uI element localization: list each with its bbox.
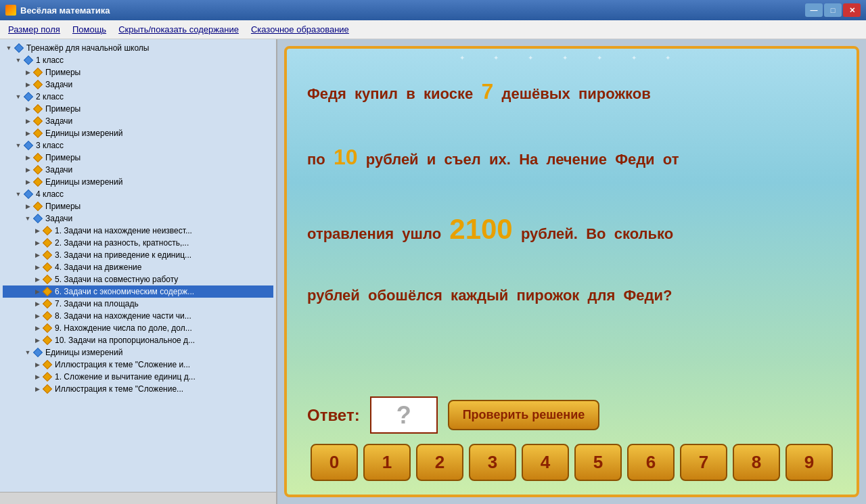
tree-item[interactable]: ▼Единицы измерений: [3, 346, 273, 359]
tree-item[interactable]: ▶Задачи: [3, 164, 273, 176]
tree-node-icon: [42, 335, 53, 346]
tree-item[interactable]: ▶Примеры: [3, 152, 273, 164]
tree-item-label: Иллюстрация к теме "Сложение...: [55, 384, 183, 394]
tree-item[interactable]: ▶1. Задачи на нахождение неизвест...: [3, 225, 273, 237]
tree-item[interactable]: ▶Примеры: [3, 103, 273, 115]
answer-placeholder: ?: [396, 401, 411, 430]
tree-item[interactable]: ▼Задачи: [3, 212, 273, 225]
tree-item-label: Примеры: [45, 153, 81, 162]
tree-node-icon: [32, 164, 43, 175]
tree-node-icon: [23, 91, 34, 102]
digit-button-1[interactable]: 1: [363, 444, 411, 481]
tree-item[interactable]: ▶Примеры: [3, 200, 273, 212]
tree-node-icon: [42, 371, 53, 382]
tree-expander-icon: ▶: [32, 384, 42, 394]
tree-item[interactable]: ▶Задачи: [3, 115, 273, 127]
tree-item[interactable]: ▶1. Сложение и вычитание единиц д...: [3, 371, 273, 383]
content-frame: Федя купил в киоске 7 дешёвых пирожков п…: [284, 46, 859, 497]
tree-expander-icon: ▶: [32, 360, 42, 369]
tree-item[interactable]: ▶6. Задачи с экономическим содерж...: [3, 285, 273, 298]
digit-button-5[interactable]: 5: [574, 444, 622, 481]
tree-item[interactable]: ▶Задачи: [3, 78, 273, 91]
tree-item[interactable]: ▶9. Нахождение числа по доле, дол...: [3, 322, 273, 334]
tree-item[interactable]: ▶3. Задачи на приведение к единиц...: [3, 249, 273, 261]
menu-item-fairy[interactable]: Сказочное образование: [246, 22, 355, 37]
tree-node-icon: [42, 274, 53, 285]
tree-node-icon: [32, 79, 43, 90]
tree-expander-icon: ▶: [23, 129, 32, 138]
tree-node-icon: [42, 286, 53, 297]
tree-node-icon: [32, 104, 43, 114]
tree-item-label: 1 класс: [36, 55, 64, 65]
maximize-button[interactable]: □: [824, 3, 842, 17]
tree-item-label: Задачи: [45, 214, 72, 223]
tree-item-label: 5. Задачи на совместную работу: [55, 275, 178, 284]
digit-button-4[interactable]: 4: [522, 444, 569, 481]
tree-expander-icon: ▶: [32, 311, 42, 321]
tree-item[interactable]: ▼1 класс: [3, 54, 273, 66]
tree-node-icon: [32, 67, 43, 78]
tree-item[interactable]: ▶8. Задачи на нахождение части чи...: [3, 310, 273, 322]
tree-container: ▼Тренажёр для начальной школы▼1 класс▶Пр…: [0, 39, 276, 492]
tree-node-icon: [23, 140, 34, 151]
digit-button-3[interactable]: 3: [469, 444, 516, 481]
problem-line4: рублей обошёлся каждый пирожок для Феди?: [307, 287, 673, 304]
tree-expander-icon: ▶: [32, 275, 42, 284]
app-icon: [5, 5, 16, 16]
tree-item-label: Иллюстрация к теме "Сложение и...: [55, 360, 190, 369]
tree-item-label: 4. Задачи на движение: [55, 262, 141, 272]
tree-item[interactable]: ▶Единицы измерений: [3, 127, 273, 139]
problem-line2: по: [307, 151, 334, 168]
close-button[interactable]: ✕: [843, 3, 861, 17]
tree-node-icon: [42, 311, 53, 321]
tree-item-label: 8. Задачи на нахождение части чи...: [55, 311, 191, 321]
tree-node-icon: [42, 250, 53, 260]
tree-item[interactable]: ▶10. Задачи на пропорциональное д...: [3, 334, 273, 346]
horizontal-scrollbar[interactable]: [0, 492, 276, 504]
tree-item[interactable]: ▶Примеры: [3, 66, 273, 78]
digit-button-8[interactable]: 8: [733, 444, 780, 481]
tree-item-label: Единицы измерений: [45, 129, 122, 138]
tree-node-icon: [42, 262, 53, 273]
tree-expander-icon: ▶: [23, 116, 32, 126]
tree-item[interactable]: ▶Единицы измерений: [3, 176, 273, 188]
tree-item[interactable]: ▶7. Задачи на площадь: [3, 298, 273, 310]
digit-button-6[interactable]: 6: [627, 444, 675, 481]
tree-item[interactable]: ▼2 класс: [3, 91, 273, 103]
tree-item[interactable]: ▶5. Задачи на совместную работу: [3, 273, 273, 285]
menu-item-show-hide[interactable]: Скрыть/показать содержание: [113, 22, 244, 37]
tree-item[interactable]: ▼3 класс: [3, 139, 273, 152]
minimize-button[interactable]: —: [805, 3, 823, 17]
tree-expander-icon: ▼: [4, 43, 14, 53]
digit-button-7[interactable]: 7: [680, 444, 727, 481]
menu-item-help[interactable]: Помощь: [67, 22, 112, 37]
tree-expander-icon: ▶: [23, 80, 32, 89]
digit-button-2[interactable]: 2: [416, 444, 463, 481]
check-button[interactable]: Проверить решение: [448, 400, 600, 430]
menu-bar: Размер поля Помощь Скрыть/показать содер…: [0, 20, 866, 39]
tree-item[interactable]: ▶4. Задачи на движение: [3, 261, 273, 273]
window-controls: — □ ✕: [805, 3, 861, 17]
tree-node-icon: [32, 152, 43, 163]
tree-item-label: 1. Сложение и вычитание единиц д...: [55, 372, 196, 382]
menu-item-size[interactable]: Размер поля: [3, 22, 66, 37]
tree-item[interactable]: ▶Иллюстрация к теме "Сложение...: [3, 383, 273, 395]
digit-button-0[interactable]: 0: [311, 444, 358, 481]
answer-label: Ответ:: [307, 406, 360, 425]
tree-node-icon: [32, 213, 43, 224]
digit-button-9[interactable]: 9: [785, 444, 833, 481]
problem-number3: 2100: [449, 213, 512, 245]
tree-expander-icon: ▼: [14, 92, 23, 101]
answer-box[interactable]: ?: [370, 396, 438, 434]
tree-item-label: Тренажёр для начальной школы: [26, 43, 149, 53]
tree-node-icon: [14, 43, 24, 53]
tree-item-label: Примеры: [45, 202, 81, 211]
tree-item-label: 6. Задачи с экономическим содерж...: [55, 287, 194, 296]
tree-item[interactable]: ▼Тренажёр для начальной школы: [3, 42, 273, 54]
tree-node-icon: [23, 189, 34, 200]
tree-item[interactable]: ▶Иллюстрация к теме "Сложение и...: [3, 359, 273, 371]
tree-expander-icon: ▶: [23, 177, 32, 187]
tree-item-label: 9. Нахождение числа по доле, дол...: [55, 323, 192, 333]
tree-item[interactable]: ▶2. Задачи на разность, кратность,...: [3, 237, 273, 249]
tree-item[interactable]: ▼4 класс: [3, 188, 273, 200]
